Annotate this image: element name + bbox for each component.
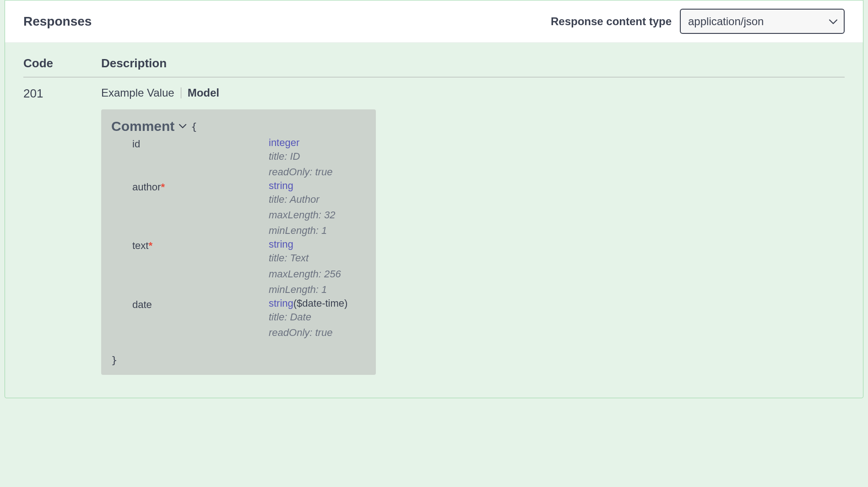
property-type: string [269,298,293,309]
model-box: Comment { idintegertitle: IDreadOnly: tr… [101,109,376,375]
property-meta: title: Date [269,309,366,325]
tab-model[interactable]: Model [181,87,226,99]
property-meta: readOnly: true [269,325,366,341]
responses-panel: Responses Response content type applicat… [5,0,863,398]
content-type-label: Response content type [551,15,672,28]
property-meta: maxLength: 32 [269,207,366,223]
property-meta: minLength: 1 [269,223,366,238]
responses-header: Responses Response content type applicat… [5,0,863,43]
content-type-select-wrap: application/json [680,9,845,34]
property-type: integer [269,137,299,148]
property-name: id [132,138,140,150]
open-brace: { [191,121,197,132]
response-description-cell: Example Value Model Comment { idintegert… [101,87,845,375]
close-brace: } [111,354,366,366]
responses-table-header: Code Description [23,56,845,77]
content-type-group: Response content type application/json [551,9,845,34]
property-name-cell: id [132,137,269,150]
property-meta: title: ID [269,149,366,164]
model-property-row: text*stringtitle: TextmaxLength: 256minL… [132,238,366,297]
property-name: date [132,299,152,310]
model-property-row: author*stringtitle: AuthormaxLength: 32m… [132,180,366,238]
property-meta: title: Author [269,192,366,207]
responses-body: Code Description 201 Example Value Model… [5,43,863,398]
model-property-row: datestring($date-time)title: DatereadOnl… [132,298,366,341]
property-meta: title: Text [269,250,366,266]
property-type-line: string [269,180,366,192]
property-info-cell: integertitle: IDreadOnly: true [269,137,366,180]
model-title-row: Comment { [111,119,366,134]
response-code-cell: 201 [23,87,101,375]
property-name: author [132,181,161,193]
property-info-cell: string($date-time)title: DatereadOnly: t… [269,298,366,341]
model-name[interactable]: Comment [111,119,174,134]
property-name: text [132,240,148,251]
property-info-cell: stringtitle: TextmaxLength: 256minLength… [269,238,366,297]
property-name-cell: date [132,298,269,311]
required-indicator: * [148,240,152,251]
model-property-row: idintegertitle: IDreadOnly: true [132,137,366,180]
property-type-line: string($date-time) [269,298,366,309]
property-meta: minLength: 1 [269,282,366,298]
property-type: string [269,180,293,191]
property-info-cell: stringtitle: AuthormaxLength: 32minLengt… [269,180,366,238]
content-type-select[interactable]: application/json [680,9,845,34]
chevron-down-icon[interactable] [179,124,186,129]
model-properties: idintegertitle: IDreadOnly: trueauthor*s… [111,137,366,341]
property-name-cell: text* [132,238,269,252]
property-type-line: integer [269,137,366,149]
tab-example-value[interactable]: Example Value [101,87,181,99]
property-meta: maxLength: 256 [269,266,366,282]
code-column-header: Code [23,56,101,70]
required-indicator: * [161,181,165,193]
response-tabs: Example Value Model [101,87,845,99]
response-code: 201 [23,87,43,100]
response-row: 201 Example Value Model Comment { [23,87,845,375]
property-format: ($date-time) [293,298,348,309]
responses-title: Responses [23,14,92,29]
property-type: string [269,238,293,250]
property-name-cell: author* [132,180,269,193]
property-type-line: string [269,238,366,250]
property-meta: readOnly: true [269,164,366,180]
description-column-header: Description [101,56,845,70]
